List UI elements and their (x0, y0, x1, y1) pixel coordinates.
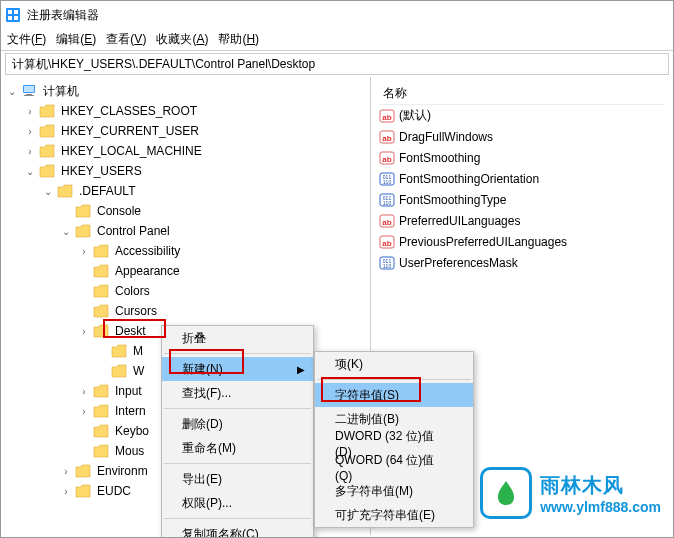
tree-item-label: Console (95, 203, 143, 219)
ctx-permissions[interactable]: 权限(P)... (162, 491, 313, 515)
context-menu: 折叠 新建(N)▶ 查找(F)... 删除(D) 重命名(M) 导出(E) 权限… (161, 325, 314, 538)
ctx-new-key[interactable]: 项(K) (315, 352, 473, 376)
chevron-right-icon[interactable]: › (23, 104, 37, 118)
chevron-down-icon[interactable]: ⌄ (41, 184, 55, 198)
ctx-new-qword[interactable]: QWORD (64 位)值(Q) (315, 455, 473, 479)
watermark-url: www.ylmf888.com (540, 499, 661, 515)
list-item[interactable]: 011110UserPreferencesMask (379, 252, 665, 273)
folder-icon (75, 224, 91, 238)
tree-item[interactable]: Colors (1, 281, 370, 301)
tree-item[interactable]: Cursors (1, 301, 370, 321)
ctx-rename[interactable]: 重命名(M) (162, 436, 313, 460)
menu-favorites[interactable]: 收藏夹(A) (156, 31, 208, 48)
list-header-name[interactable]: 名称 (379, 83, 665, 105)
folder-icon (93, 404, 109, 418)
list-item-label: FontSmoothingType (399, 193, 506, 207)
svg-text:ab: ab (382, 134, 391, 143)
ctx-copy-key-name[interactable]: 复制项名称(C) (162, 522, 313, 538)
value-list[interactable]: ab(默认)abDragFullWindowsabFontSmoothing01… (379, 105, 665, 273)
ctx-new[interactable]: 新建(N)▶ (162, 357, 313, 381)
list-item[interactable]: ab(默认) (379, 105, 665, 126)
tree-item[interactable]: ⌄计算机 (1, 81, 370, 101)
tree-item[interactable]: ›HKEY_CURRENT_USER (1, 121, 370, 141)
chevron-right-icon[interactable]: › (77, 404, 91, 418)
svg-text:ab: ab (382, 155, 391, 164)
ctx-collapse[interactable]: 折叠 (162, 326, 313, 350)
folder-icon (93, 284, 109, 298)
menu-edit[interactable]: 编辑(E) (56, 31, 96, 48)
tree-item-label: Colors (113, 283, 152, 299)
list-item[interactable]: abFontSmoothing (379, 147, 665, 168)
chevron-right-icon[interactable]: › (77, 324, 91, 338)
binary-value-icon: 011110 (379, 171, 395, 187)
ctx-new-multistring[interactable]: 多字符串值(M) (315, 479, 473, 503)
ctx-delete[interactable]: 删除(D) (162, 412, 313, 436)
chevron-down-icon[interactable]: ⌄ (5, 84, 19, 98)
binary-value-icon: 011110 (379, 255, 395, 271)
folder-icon (75, 484, 91, 498)
chevron-down-icon[interactable]: ⌄ (59, 224, 73, 238)
ctx-export[interactable]: 导出(E) (162, 467, 313, 491)
list-item[interactable]: abPreviousPreferredUILanguages (379, 231, 665, 252)
tree-item-label: HKEY_CURRENT_USER (59, 123, 201, 139)
tree-item[interactable]: ›Accessibility (1, 241, 370, 261)
tree-item-label: HKEY_USERS (59, 163, 144, 179)
folder-icon (93, 384, 109, 398)
folder-icon (93, 444, 109, 458)
tree-item[interactable]: Console (1, 201, 370, 221)
chevron-right-icon[interactable]: › (77, 244, 91, 258)
list-item-label: FontSmoothingOrientation (399, 172, 539, 186)
svg-text:110: 110 (383, 179, 392, 185)
folder-icon (111, 364, 127, 378)
list-item-label: FontSmoothing (399, 151, 480, 165)
watermark-text-cn: 雨林木风 (540, 472, 661, 499)
ctx-new-string[interactable]: 字符串值(S) (315, 383, 473, 407)
chevron-right-icon[interactable]: › (77, 384, 91, 398)
chevron-right-icon[interactable]: › (59, 464, 73, 478)
chevron-right-icon: ▶ (297, 364, 305, 375)
addressbar[interactable]: 计算机\HKEY_USERS\.DEFAULT\Control Panel\De… (5, 53, 669, 75)
folder-icon (93, 324, 109, 338)
list-item-label: DragFullWindows (399, 130, 493, 144)
tree-item[interactable]: ⌄.DEFAULT (1, 181, 370, 201)
tree-item-label: W (131, 363, 146, 379)
folder-icon (39, 144, 55, 158)
folder-icon (75, 204, 91, 218)
tree-item-label: Mous (113, 443, 146, 459)
watermark-logo (480, 467, 532, 519)
app-icon (5, 7, 21, 23)
ctx-separator (317, 379, 471, 380)
tree-item-label: Appearance (113, 263, 182, 279)
folder-icon (93, 244, 109, 258)
svg-rect-4 (14, 16, 18, 20)
chevron-down-icon[interactable]: ⌄ (23, 164, 37, 178)
string-value-icon: ab (379, 150, 395, 166)
chevron-right-icon[interactable]: › (59, 484, 73, 498)
tree-item[interactable]: ⌄Control Panel (1, 221, 370, 241)
list-item-label: (默认) (399, 107, 431, 124)
svg-rect-8 (24, 95, 34, 96)
string-value-icon: ab (379, 108, 395, 124)
ctx-find[interactable]: 查找(F)... (162, 381, 313, 405)
list-item[interactable]: abDragFullWindows (379, 126, 665, 147)
tree-item[interactable]: ⌄HKEY_USERS (1, 161, 370, 181)
ctx-separator (164, 353, 311, 354)
tree-item[interactable]: Appearance (1, 261, 370, 281)
menu-help[interactable]: 帮助(H) (218, 31, 259, 48)
window-title: 注册表编辑器 (27, 7, 99, 24)
context-submenu-new: 项(K) 字符串值(S) 二进制值(B) DWORD (32 位)值(D) QW… (314, 351, 474, 528)
chevron-right-icon[interactable]: › (23, 144, 37, 158)
list-item[interactable]: 011110FontSmoothingOrientation (379, 168, 665, 189)
list-item[interactable]: 011110FontSmoothingType (379, 189, 665, 210)
tree-item-label: .DEFAULT (77, 183, 137, 199)
tree-item[interactable]: ›HKEY_CLASSES_ROOT (1, 101, 370, 121)
ctx-new-expandstring[interactable]: 可扩充字符串值(E) (315, 503, 473, 527)
svg-text:110: 110 (383, 200, 392, 206)
list-item[interactable]: abPreferredUILanguages (379, 210, 665, 231)
menu-view[interactable]: 查看(V) (106, 31, 146, 48)
chevron-right-icon[interactable]: › (23, 124, 37, 138)
svg-rect-6 (24, 86, 34, 92)
folder-icon (93, 304, 109, 318)
menu-file[interactable]: 文件(F) (7, 31, 46, 48)
tree-item[interactable]: ›HKEY_LOCAL_MACHINE (1, 141, 370, 161)
